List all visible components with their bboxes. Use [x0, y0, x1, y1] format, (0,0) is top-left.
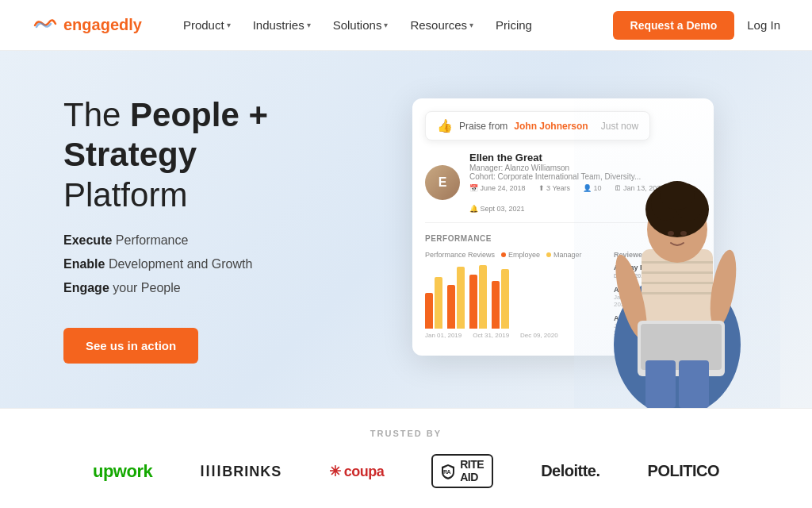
praise-text: Praise from [459, 121, 508, 132]
logo-riteaid: RA RITEAID [431, 454, 493, 488]
svg-rect-17 [645, 360, 676, 408]
riteaid-shield: RA RITEAID [431, 454, 493, 488]
thumbs-up-icon: 👍 [437, 118, 453, 133]
svg-text:RA: RA [443, 469, 451, 475]
svg-rect-18 [679, 360, 709, 408]
bar-group-4 [492, 269, 509, 329]
trusted-section: TRUSTED BY upwork ⅠⅠⅠⅠBRINKS ✳coupa RA R… [0, 408, 812, 508]
hero-section: The People + StrategyPlatform Execute Pe… [0, 51, 812, 408]
nav-item-pricing[interactable]: Pricing [486, 13, 542, 37]
svg-rect-5 [642, 292, 713, 294]
navbar: engagedly Product ▾ Industries ▾ Solutio… [0, 0, 812, 51]
hero-content: The People + StrategyPlatform Execute Pe… [0, 51, 365, 408]
chevron-down-icon: ▾ [227, 21, 231, 29]
bar-manager [435, 277, 442, 329]
logos-row: upwork ⅠⅠⅠⅠBRINKS ✳coupa RA RITEAID Delo… [93, 454, 719, 488]
logo-brinks: ⅠⅠⅠⅠBRINKS [200, 463, 282, 480]
logo[interactable]: engagedly [32, 16, 142, 35]
svg-rect-3 [642, 271, 713, 274]
hero-description: Execute Performance Enable Development a… [63, 231, 365, 302]
nav-links: Product ▾ Industries ▾ Solutions ▾ Resou… [174, 13, 613, 37]
chevron-down-icon: ▾ [469, 21, 473, 29]
bar-employee [447, 285, 455, 329]
hero-visual: 👍 Praise from John Johnerson Just now E … [365, 51, 812, 408]
hero-point-1: Execute Performance [63, 231, 365, 250]
bar-employee [469, 275, 477, 329]
trusted-label: TRUSTED BY [370, 429, 442, 438]
nav-item-resources[interactable]: Resources ▾ [400, 13, 483, 37]
legend-employee: Employee [501, 251, 540, 259]
logo-upwork: upwork [93, 461, 152, 482]
bar-employee [425, 293, 433, 329]
see-in-action-button[interactable]: See us in action [63, 328, 198, 364]
chevron-down-icon: ▾ [307, 21, 311, 29]
svg-rect-4 [642, 282, 713, 284]
bar-group-3 [469, 265, 487, 329]
svg-point-15 [668, 231, 674, 236]
hero-title: The People + StrategyPlatform [63, 95, 365, 215]
brand-name: engagedly [63, 16, 142, 34]
logo-coupa: ✳coupa [329, 463, 384, 480]
request-demo-button[interactable]: Request a Demo [613, 11, 735, 40]
nav-item-product[interactable]: Product ▾ [174, 13, 240, 37]
bar-manager [501, 269, 509, 329]
meta-date: 📅 June 24, 2018 [469, 184, 526, 192]
logo-deloitte: Deloitte. [541, 462, 599, 480]
svg-point-14 [660, 181, 695, 210]
bar-group-1 [425, 277, 442, 329]
bar-manager [479, 265, 487, 329]
chevron-down-icon: ▾ [384, 21, 388, 29]
nav-actions: Request a Demo Log In [613, 11, 780, 40]
bar-employee [492, 281, 500, 329]
bar-group-2 [447, 267, 465, 329]
bar-manager [457, 267, 465, 329]
meta-next-review: 🔔 Sept 03, 2021 [469, 205, 525, 213]
avatar: E [425, 165, 460, 200]
nav-item-industries[interactable]: Industries ▾ [243, 13, 320, 37]
meta-tenure: ⬆ 3 Years [538, 184, 571, 192]
login-button[interactable]: Log In [747, 18, 780, 32]
hero-point-2: Enable Development and Growth [63, 255, 365, 274]
logo-politico: POLITICO [648, 462, 719, 480]
hero-woman-image [574, 75, 780, 408]
hero-point-3: Engage your People [63, 279, 365, 298]
legend-subtitle: Performance Reviews [425, 251, 495, 259]
svg-point-16 [680, 231, 687, 236]
nav-item-solutions[interactable]: Solutions ▾ [324, 13, 398, 37]
